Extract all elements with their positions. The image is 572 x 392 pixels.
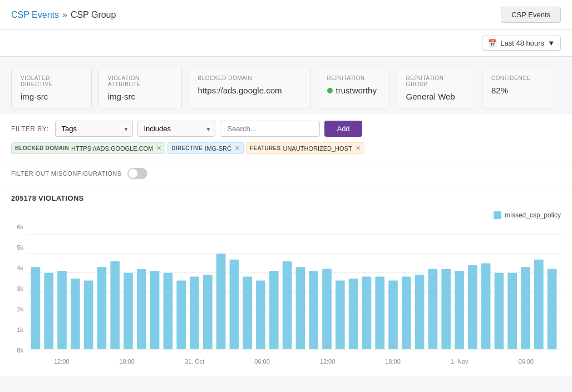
svg-rect-36 <box>415 275 425 349</box>
y-label-2k: 2k <box>11 306 23 312</box>
includes-dropdown[interactable]: Includes <box>137 121 215 137</box>
violated-directive-card: VIOLATED DIRECTIVE img-src <box>11 68 92 108</box>
svg-rect-30 <box>336 280 345 349</box>
svg-rect-13 <box>110 261 120 349</box>
svg-rect-45 <box>534 260 544 349</box>
confidence-card: CONFIDENCE 82% <box>482 68 554 108</box>
y-label-4k: 4k <box>11 265 23 271</box>
chart-area: missed_csp_policy 6k 5k 4k 3k 2k 1k 0k 1… <box>0 206 572 376</box>
reputation-label: REPUTATION <box>327 75 381 81</box>
svg-rect-10 <box>71 279 80 349</box>
y-label-5k: 5k <box>11 244 23 251</box>
svg-rect-38 <box>441 269 451 349</box>
breadcrumb-link[interactable]: CSP Events <box>11 10 59 20</box>
breadcrumb: CSP Events » CSP Group <box>11 10 116 20</box>
misconfig-row: FILTER OUT MISCONFIGURATIONS <box>0 161 572 186</box>
filter-row: FILTER BY: Tags Includes Add <box>11 121 561 137</box>
reputation-dot <box>327 88 333 93</box>
svg-rect-37 <box>428 269 438 349</box>
svg-rect-22 <box>230 260 239 349</box>
tag-blocked-domain: BLOCKED DOMAIN HTTPS://ADS.GOOGLE.COM ✕ <box>11 142 165 154</box>
bar-chart <box>27 224 561 357</box>
svg-rect-46 <box>548 269 557 349</box>
svg-rect-33 <box>375 277 384 349</box>
blocked-domain-value: https://ads.google.com <box>198 86 302 95</box>
svg-rect-29 <box>322 269 332 349</box>
svg-rect-43 <box>507 273 517 349</box>
reputation-card: REPUTATION trustworthy <box>318 68 390 108</box>
misconfig-label: FILTER OUT MISCONFIGURATIONS <box>11 170 122 177</box>
add-button[interactable]: Add <box>324 121 362 137</box>
header: CSP Events » CSP Group CSP Events <box>0 0 572 30</box>
violated-directive-label: VIOLATED DIRECTIVE <box>21 75 82 87</box>
svg-rect-20 <box>203 275 213 349</box>
svg-rect-8 <box>44 273 53 349</box>
svg-rect-12 <box>97 267 107 349</box>
svg-rect-40 <box>468 265 477 349</box>
tag-close-features[interactable]: ✕ <box>356 145 361 152</box>
toolbar: 📅 Last 48 hours ▼ <box>0 30 572 57</box>
tags-dropdown-wrapper[interactable]: Tags <box>55 121 133 137</box>
blocked-domain-label: BLOCKED DOMAIN <box>198 75 302 81</box>
violation-attribute-label: VIOLATION ATTRIBUTE <box>108 75 172 87</box>
includes-dropdown-wrapper[interactable]: Includes <box>137 121 215 137</box>
tag-close-blocked-domain[interactable]: ✕ <box>156 145 161 152</box>
time-range-label: Last 48 hours <box>500 39 544 47</box>
search-input[interactable] <box>220 121 320 137</box>
confidence-value: 82% <box>491 86 545 95</box>
svg-rect-35 <box>402 277 411 349</box>
svg-rect-15 <box>137 269 146 349</box>
x-label-1nov: 1. Nov <box>451 358 469 365</box>
legend-label: missed_csp_policy <box>505 211 561 219</box>
breadcrumb-separator: » <box>62 10 67 20</box>
violation-attribute-card: VIOLATION ATTRIBUTE img-src <box>98 68 182 108</box>
svg-rect-28 <box>309 271 318 349</box>
tag-close-directive[interactable]: ✕ <box>235 145 240 152</box>
tags-row: BLOCKED DOMAIN HTTPS://ADS.GOOGLE.COM ✕ … <box>11 142 561 154</box>
filter-by-label: FILTER BY: <box>11 125 48 133</box>
svg-rect-32 <box>362 277 372 349</box>
chevron-down-icon: ▼ <box>548 39 555 47</box>
violations-section: 205178 VIOLATIONS <box>0 186 572 206</box>
x-label-1200b: 12:00 <box>320 358 336 365</box>
violations-count: 205178 VIOLATIONS <box>11 194 84 202</box>
csp-events-button[interactable]: CSP Events <box>501 7 561 23</box>
svg-rect-21 <box>216 254 226 349</box>
svg-rect-14 <box>124 273 133 349</box>
svg-rect-18 <box>176 280 186 349</box>
tags-dropdown[interactable]: Tags <box>55 121 133 137</box>
misconfig-toggle[interactable] <box>127 168 147 179</box>
y-label-3k: 3k <box>11 285 23 292</box>
legend-color-box <box>494 211 501 219</box>
blocked-domain-card: BLOCKED DOMAIN https://ads.google.com <box>189 68 311 108</box>
reputation-group-value: General Web <box>406 92 466 101</box>
svg-rect-44 <box>521 267 530 349</box>
chart-legend: missed_csp_policy <box>11 211 561 219</box>
svg-rect-9 <box>57 271 67 349</box>
violation-attribute-value: img-src <box>108 92 172 101</box>
x-label-0600b: 06:00 <box>518 358 534 365</box>
svg-rect-7 <box>31 267 41 349</box>
svg-rect-11 <box>84 280 93 349</box>
svg-rect-19 <box>190 277 199 349</box>
svg-rect-34 <box>388 280 398 349</box>
svg-rect-42 <box>495 273 504 349</box>
x-label-1800b: 18:00 <box>385 358 401 365</box>
svg-rect-39 <box>455 271 464 349</box>
x-label-1200: 12:00 <box>54 358 70 365</box>
svg-rect-41 <box>481 264 491 350</box>
svg-rect-17 <box>164 273 173 349</box>
svg-rect-26 <box>283 261 292 349</box>
calendar-icon: 📅 <box>488 39 497 47</box>
breadcrumb-current: CSP Group <box>71 10 116 20</box>
reputation-value: trustworthy <box>327 86 381 95</box>
svg-rect-31 <box>349 279 358 349</box>
svg-rect-27 <box>296 267 305 349</box>
y-label-0k: 0k <box>11 347 23 354</box>
x-label-31oct: 31. Oct <box>185 358 204 365</box>
reputation-group-label: REPUTATION GROUP <box>406 75 466 87</box>
svg-rect-25 <box>269 271 279 349</box>
x-label-1800: 18:00 <box>119 358 135 365</box>
filter-section: FILTER BY: Tags Includes Add BLOCKED DOM… <box>0 114 572 161</box>
time-range-selector[interactable]: 📅 Last 48 hours ▼ <box>482 36 561 51</box>
